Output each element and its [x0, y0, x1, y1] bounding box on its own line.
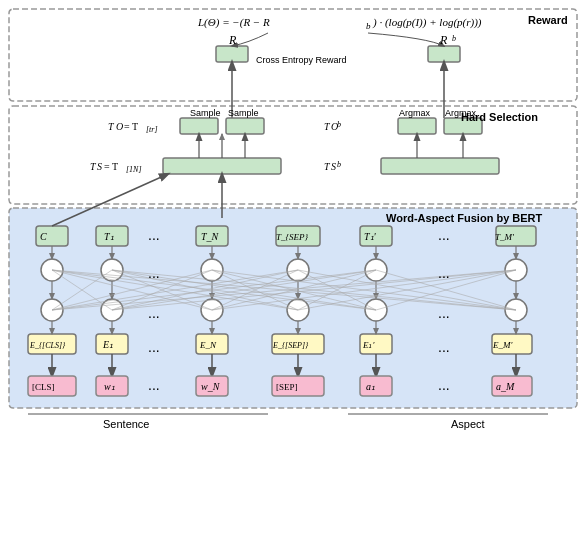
svg-text:T_M': T_M' [495, 232, 515, 242]
svg-rect-96 [28, 376, 76, 396]
svg-text:Sentence: Sentence [103, 418, 149, 430]
svg-text:= T: = T [104, 161, 118, 172]
svg-text:...: ... [148, 377, 160, 393]
svg-text:E_N: E_N [199, 340, 217, 350]
svg-text:...: ... [148, 265, 160, 281]
svg-text:Aspect: Aspect [451, 418, 485, 430]
svg-text:...: ... [438, 265, 450, 281]
svg-rect-23 [496, 226, 536, 246]
svg-point-26 [201, 259, 223, 281]
svg-text:a₁: a₁ [366, 381, 375, 392]
svg-line-62 [52, 270, 298, 310]
svg-point-35 [505, 299, 527, 321]
svg-rect-10 [444, 118, 482, 134]
svg-rect-21 [276, 226, 320, 246]
svg-text:C: C [40, 231, 47, 242]
svg-line-78 [298, 270, 376, 310]
svg-point-32 [201, 299, 223, 321]
svg-text:T₁: T₁ [104, 231, 114, 242]
svg-line-60 [52, 270, 112, 310]
svg-text:a_M: a_M [496, 381, 515, 392]
svg-line-68 [112, 270, 376, 310]
svg-text:Word-Aspect Fusion by BERT: Word-Aspect Fusion by BERT [386, 212, 543, 224]
svg-text:T: T [324, 121, 331, 132]
svg-line-102 [52, 174, 168, 226]
svg-line-75 [52, 270, 298, 310]
svg-point-33 [287, 299, 309, 321]
svg-text:T: T [90, 161, 97, 172]
svg-rect-38 [196, 334, 228, 354]
svg-line-71 [112, 270, 212, 310]
svg-text:T: T [324, 161, 331, 172]
svg-text:w₁: w₁ [104, 381, 115, 392]
svg-point-34 [365, 299, 387, 321]
svg-text:...: ... [438, 305, 450, 321]
svg-text:Sample: Sample [228, 108, 259, 118]
svg-rect-12 [381, 158, 499, 174]
svg-text:E_M': E_M' [492, 340, 513, 350]
svg-line-65 [52, 270, 112, 310]
svg-text:O: O [116, 121, 123, 132]
svg-rect-39 [272, 334, 324, 354]
svg-rect-98 [196, 376, 228, 396]
svg-text:...: ... [438, 377, 450, 393]
svg-line-66 [112, 270, 212, 310]
svg-rect-2 [9, 208, 577, 408]
svg-text:L(Θ) = −(R − R: L(Θ) = −(R − R [197, 16, 270, 29]
svg-line-85 [52, 270, 516, 310]
svg-text:...: ... [438, 227, 450, 243]
svg-line-82 [212, 270, 376, 310]
diagram-svg: L(Θ) = −(R − R b ) · (log(p(I)) + log(p(… [8, 8, 578, 538]
svg-rect-11 [163, 158, 281, 174]
svg-line-77 [212, 270, 298, 310]
svg-line-63 [52, 270, 376, 310]
svg-rect-7 [180, 118, 218, 134]
svg-text:Reward: Reward [528, 14, 568, 26]
svg-rect-19 [96, 226, 128, 246]
svg-text:Cross Entropy Reward: Cross Entropy Reward [256, 55, 347, 65]
svg-text:Sample: Sample [190, 108, 221, 118]
svg-line-69 [112, 270, 516, 310]
svg-text:[CLS]: [CLS] [32, 382, 55, 392]
svg-rect-36 [28, 334, 76, 354]
svg-text:) · (log(p(I)) + log(p(r))): ) · (log(p(I)) + log(p(r))) [372, 16, 482, 29]
svg-rect-18 [36, 226, 68, 246]
svg-text:T_N: T_N [201, 231, 220, 242]
svg-line-84 [376, 270, 516, 310]
svg-text:...: ... [148, 227, 160, 243]
svg-line-80 [52, 270, 376, 310]
svg-rect-37 [96, 334, 128, 354]
main-container: L(Θ) = −(R − R b ) · (log(p(I)) + log(p(… [8, 8, 578, 538]
svg-text:O: O [331, 121, 338, 132]
svg-rect-101 [492, 376, 532, 396]
svg-point-31 [101, 299, 123, 321]
svg-line-70 [52, 270, 212, 310]
svg-text:[tr]: [tr] [146, 125, 158, 134]
svg-line-83 [298, 270, 376, 310]
svg-rect-1 [9, 106, 577, 204]
svg-point-30 [41, 299, 63, 321]
svg-line-87 [212, 270, 516, 310]
svg-text:S: S [331, 161, 336, 172]
svg-rect-0 [9, 9, 577, 101]
svg-rect-8 [226, 118, 264, 134]
svg-rect-3 [216, 46, 248, 62]
svg-text:R: R [228, 33, 237, 47]
svg-text:R: R [439, 33, 448, 47]
svg-line-81 [112, 270, 376, 310]
svg-point-28 [365, 259, 387, 281]
svg-text:= T: = T [124, 121, 138, 132]
svg-text:E₁: E₁ [102, 339, 113, 350]
svg-text:T: T [108, 121, 115, 132]
svg-line-73 [212, 270, 376, 310]
svg-text:b: b [452, 34, 456, 43]
svg-text:[1N]: [1N] [126, 165, 142, 174]
svg-line-61 [52, 270, 212, 310]
svg-rect-20 [196, 226, 228, 246]
svg-text:b: b [337, 160, 341, 169]
svg-text:T_{SEP}: T_{SEP} [276, 232, 309, 242]
svg-text:E₁': E₁' [362, 340, 375, 350]
svg-line-76 [112, 270, 298, 310]
svg-text:T₁': T₁' [364, 231, 377, 242]
svg-point-29 [505, 259, 527, 281]
